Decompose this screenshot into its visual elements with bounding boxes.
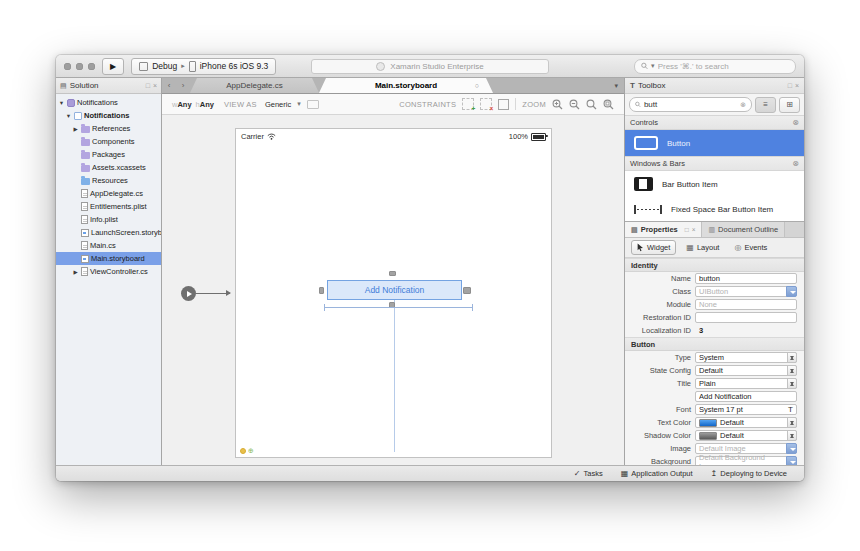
combo-dropdown-icon[interactable]	[786, 443, 797, 454]
stepper-icon[interactable]	[787, 430, 797, 441]
toolbox-grid-view-button[interactable]: ⊞	[779, 97, 800, 113]
storyboard-canvas[interactable]: Carrier 100%	[162, 115, 624, 465]
tree-item-project-notifications[interactable]: ▼ Notifications	[56, 109, 161, 122]
close-icon[interactable]: ×	[795, 82, 799, 89]
view-as-value[interactable]: Generic	[265, 100, 291, 109]
state-config-field[interactable]: Default	[695, 365, 797, 376]
nav-forward-button[interactable]: ›	[176, 78, 190, 93]
tab-document-outline[interactable]: ▥ Document Outline	[702, 222, 785, 237]
canvas-add-notification-button[interactable]: Add Notification	[327, 280, 462, 300]
toolbox-search-field[interactable]: ⊗	[629, 97, 752, 112]
zoom-out-button[interactable]	[569, 99, 580, 110]
tab-list-button[interactable]: ▾	[614, 82, 624, 90]
restoration-id-input[interactable]	[699, 313, 793, 322]
window-zoom-button[interactable]	[88, 63, 95, 70]
mode-events-button[interactable]: ◎ Events	[729, 241, 772, 254]
add-constraint-button[interactable]: +	[462, 98, 474, 110]
combo-dropdown-icon[interactable]	[786, 286, 797, 297]
tab-properties[interactable]: ▤ Properties □ ×	[625, 222, 702, 237]
stepper-icon[interactable]	[787, 417, 797, 428]
type-field[interactable]: System	[695, 352, 797, 363]
storyboard-entry-point[interactable]	[181, 286, 196, 301]
view-controller-frame[interactable]: Carrier 100%	[235, 128, 552, 458]
tree-item-viewcontroller[interactable]: ▶ ViewController.cs	[56, 265, 161, 278]
tree-item-appdelegate[interactable]: AppDelegate.cs	[56, 187, 161, 200]
run-button[interactable]: ▶	[102, 58, 124, 75]
disclosure-arrow-icon[interactable]: ▶	[72, 269, 79, 275]
configuration-device-selector[interactable]: Debug ▸ iPhone 6s iOS 9.3	[131, 58, 276, 75]
name-field[interactable]	[695, 273, 797, 284]
name-input[interactable]	[699, 274, 793, 283]
close-icon[interactable]: ×	[692, 226, 696, 233]
mode-widget-button[interactable]: Widget	[631, 240, 676, 255]
stepper-icon[interactable]	[787, 365, 797, 376]
warning-dot-icon[interactable]	[240, 448, 246, 454]
tree-item-infoplist[interactable]: Info.plist	[56, 213, 161, 226]
constraint-handle-left[interactable]	[319, 287, 324, 294]
stepper-icon[interactable]	[787, 378, 797, 389]
disclosure-arrow-icon[interactable]: ▼	[65, 113, 72, 119]
restoration-id-field[interactable]	[695, 312, 797, 323]
application-output-button[interactable]: ▦ Application Output	[612, 469, 702, 478]
clear-icon[interactable]: ⊗	[740, 101, 746, 109]
zoom-actual-button[interactable]	[586, 99, 597, 110]
font-t-icon[interactable]: T	[788, 405, 793, 414]
dock-icon[interactable]: □	[146, 82, 150, 89]
chevron-down-icon[interactable]: ▾	[297, 100, 301, 108]
module-field[interactable]: None	[695, 299, 797, 310]
dock-icon[interactable]: □	[685, 226, 689, 233]
tree-item-mainstoryboard-selected[interactable]: Main.storyboard	[56, 252, 161, 265]
tab-appdelegate[interactable]: AppDelegate.cs	[190, 78, 319, 93]
global-search-input[interactable]	[658, 62, 789, 71]
shadow-color-field[interactable]: Default	[695, 430, 797, 441]
window-close-button[interactable]	[64, 63, 71, 70]
title-text-input[interactable]	[699, 392, 793, 401]
deploy-status[interactable]: ↥ Deploying to Device	[702, 469, 796, 478]
toolbox-section-windows-bars[interactable]: Windows & Bars ⊗	[625, 156, 804, 171]
tab-mainstoryboard[interactable]: Main.storyboard ○	[319, 78, 493, 93]
tree-item-entitlements[interactable]: Entitlements.plist	[56, 200, 161, 213]
title-text-field[interactable]	[695, 391, 797, 402]
tree-item-resources[interactable]: Resources	[56, 174, 161, 187]
remove-constraint-button[interactable]: ×	[480, 98, 492, 110]
dock-icon[interactable]: □	[788, 82, 792, 89]
tree-item-components[interactable]: Components	[56, 135, 161, 148]
global-search-field[interactable]: ▾	[634, 59, 796, 74]
window-minimize-button[interactable]	[76, 63, 83, 70]
toolbox-search-input[interactable]	[644, 100, 737, 109]
nav-back-button[interactable]: ‹	[162, 78, 176, 93]
constraint-handle-top[interactable]	[389, 271, 396, 276]
collapse-icon[interactable]: ⊗	[792, 118, 799, 127]
constraint-handle-right[interactable]	[463, 287, 471, 294]
background-field[interactable]: Default Background Image	[695, 456, 797, 465]
text-color-swatch[interactable]	[699, 419, 717, 427]
close-icon[interactable]: ×	[153, 82, 157, 89]
tasks-button[interactable]: ✓ Tasks	[565, 469, 612, 478]
zoom-fit-button[interactable]	[603, 99, 614, 110]
toolbox-item-bar-button-item[interactable]: Bar Button Item	[625, 171, 804, 197]
tree-item-solution-notifications[interactable]: ▼ Notifications	[56, 96, 161, 109]
toolbox-section-controls[interactable]: Controls ⊗	[625, 115, 804, 130]
disclosure-arrow-icon[interactable]: ▶	[72, 126, 79, 132]
toolbox-list-view-button[interactable]: ≡	[755, 97, 776, 113]
collapse-icon[interactable]: ⊗	[792, 159, 799, 168]
mode-layout-button[interactable]: ▦ Layout	[681, 241, 724, 254]
stepper-icon[interactable]	[787, 352, 797, 363]
text-color-field[interactable]: Default	[695, 417, 797, 428]
zoom-in-button[interactable]	[552, 99, 563, 110]
size-class-selector[interactable]: wAnyhAny	[172, 100, 218, 109]
tree-item-maincs[interactable]: Main.cs	[56, 239, 161, 252]
disclosure-arrow-icon[interactable]: ▼	[58, 100, 65, 106]
tree-item-packages[interactable]: Packages	[56, 148, 161, 161]
title-kind-field[interactable]: Plain	[695, 378, 797, 389]
tree-item-assets[interactable]: Assets.xcassets	[56, 161, 161, 174]
frame-edit-button[interactable]	[498, 99, 509, 110]
tree-item-launchscreen[interactable]: LaunchScreen.storyboard	[56, 226, 161, 239]
shadow-color-swatch[interactable]	[699, 432, 717, 440]
toolbox-item-fixed-space[interactable]: Fixed Space Bar Button Item	[625, 197, 804, 221]
tree-item-references[interactable]: ▶ References	[56, 122, 161, 135]
green-arrow-icon[interactable]: ⊕	[248, 448, 254, 454]
combo-dropdown-icon[interactable]	[786, 456, 797, 465]
class-field[interactable]: UIButton	[695, 286, 797, 297]
font-field[interactable]: System 17 pt T	[695, 404, 797, 415]
